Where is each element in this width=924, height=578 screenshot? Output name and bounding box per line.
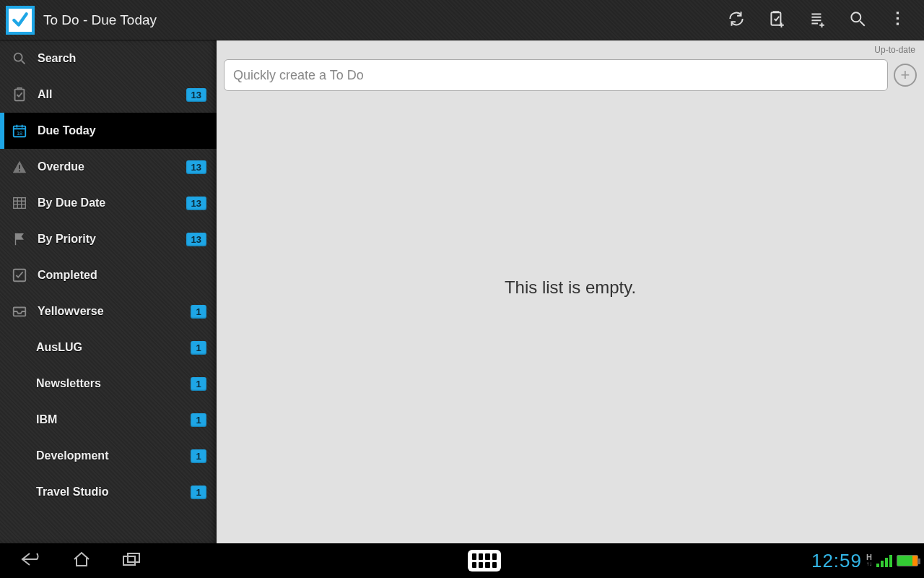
quick-create-add-button[interactable]: + [894,64,917,87]
count-badge: 1 [191,413,206,427]
sidebar-item-ibm[interactable]: IBM1 [0,402,217,438]
sidebar-item-label: Due Today [38,124,206,137]
plus-icon: + [901,66,910,85]
sidebar-item-label: By Due Date [38,197,186,210]
overflow-menu-button[interactable] [878,0,918,40]
sidebar-item-label: All [38,88,186,101]
sidebar-item-due-today[interactable]: 18Due Today [0,113,217,149]
count-badge: 13 [186,88,206,102]
svg-rect-4 [897,22,899,25]
svg-rect-9 [19,165,20,169]
count-badge: 1 [191,449,206,463]
flag-icon [10,230,29,249]
sidebar-item-label: AusLUG [36,341,191,354]
action-bar: To Do - Due Today [0,0,924,40]
svg-rect-15 [128,553,139,562]
nav-center [157,550,811,571]
body: SearchAll1318Due TodayOverdue13By Due Da… [0,40,924,543]
count-badge: 1 [191,305,206,319]
count-badge: 1 [191,341,206,355]
sidebar-item-label: By Priority [38,233,186,246]
warning-icon [10,158,29,176]
sidebar-item-by-priority[interactable]: By Priority13 [0,221,217,257]
count-badge: 1 [191,377,206,391]
svg-text:18: 18 [17,130,22,137]
home-button[interactable] [56,543,107,578]
svg-rect-0 [771,12,780,25]
inbox-icon [10,302,29,321]
signal-icon [876,554,892,567]
svg-rect-2 [897,12,899,14]
home-icon [71,551,92,571]
svg-rect-11 [14,198,26,209]
new-list-button[interactable] [797,0,837,40]
clipboard-plus-icon [767,9,786,31]
sidebar-item-yellowverse[interactable]: Yellowverse1 [0,293,217,329]
sidebar-item-label: IBM [36,413,191,426]
sidebar-item-auslug[interactable]: AusLUG1 [0,329,217,366]
sidebar-item-label: Overdue [38,160,186,173]
svg-point-5 [14,53,22,61]
back-button[interactable] [6,543,56,578]
sidebar-item-label: Travel Studio [36,486,191,499]
count-badge: 1 [191,486,206,499]
list-plus-icon [808,9,827,31]
status-area[interactable]: 12:59 H↑↓ [811,550,918,572]
more-vert-icon [889,9,907,31]
calendar-icon: 18 [10,121,29,140]
new-task-button[interactable] [757,0,797,40]
sidebar-item-label: Completed [38,269,206,282]
main-panel: Up-to-date + This list is empty. [217,40,924,543]
system-nav-bar: 12:59 H↑↓ [0,543,924,578]
sidebar-item-newsletters[interactable]: Newsletters1 [0,366,217,402]
sidebar-item-label: Search [38,52,206,65]
app-icon [6,6,35,35]
sidebar-item-completed[interactable]: Completed [0,257,217,293]
back-icon [19,551,43,571]
recents-button[interactable] [107,543,157,578]
svg-rect-10 [19,171,20,172]
page-title: To Do - Due Today [43,12,716,28]
sidebar-item-travel-studio[interactable]: Travel Studio1 [0,474,217,510]
svg-point-1 [851,12,860,22]
refresh-button[interactable] [716,0,757,40]
sidebar: SearchAll1318Due TodayOverdue13By Due Da… [0,40,217,543]
grid-icon [10,194,29,212]
sidebar-item-all[interactable]: All13 [0,77,217,113]
clock: 12:59 [811,550,862,572]
search-icon [848,9,867,31]
refresh-icon [727,9,746,31]
clipboard-icon [10,85,29,104]
keyboard-switch-button[interactable] [468,550,501,571]
recents-icon [121,551,144,571]
sidebar-item-overdue[interactable]: Overdue13 [0,149,217,185]
count-badge: 13 [186,160,206,174]
sync-status: Up-to-date [217,40,924,56]
svg-rect-3 [897,17,899,19]
quick-create-input[interactable] [224,59,888,91]
count-badge: 13 [186,233,206,246]
network-type-indicator: H↑↓ [866,554,872,567]
sidebar-item-search[interactable]: Search [0,40,217,77]
sidebar-item-label: Yellowverse [38,305,191,318]
battery-icon [897,555,918,566]
count-badge: 13 [186,197,206,210]
sidebar-item-label: Development [36,449,191,462]
quick-create-row: + [217,56,924,97]
sidebar-item-by-due-date[interactable]: By Due Date13 [0,185,217,221]
sidebar-item-development[interactable]: Development1 [0,438,217,474]
svg-rect-14 [123,556,135,565]
sidebar-item-label: Newsletters [36,377,191,390]
check-icon [10,266,29,285]
search-button[interactable] [837,0,878,40]
search-icon [10,49,29,68]
empty-list-message: This list is empty. [217,277,924,298]
